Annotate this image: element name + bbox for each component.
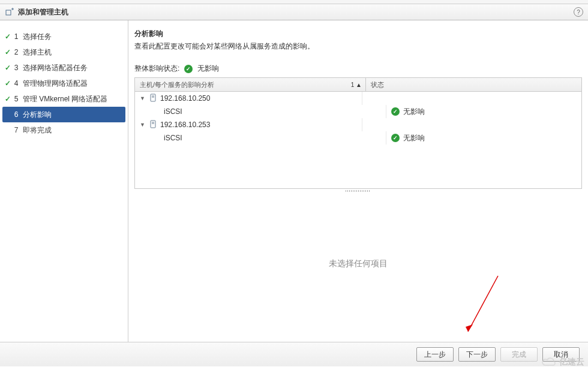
step-number: 7 — [12, 126, 20, 134]
status-text: 无影响 — [403, 133, 425, 143]
chevron-down-icon[interactable]: ▼ — [140, 122, 146, 128]
status-ok-icon: ✓ — [184, 65, 193, 73]
step-label: 即将完成 — [20, 125, 52, 136]
step-6-active[interactable]: 6 分析影响 — [2, 107, 125, 122]
browser-tabstrip — [0, 0, 588, 4]
host-icon — [149, 94, 157, 104]
step-5[interactable]: ✓ 5 管理 VMkernel 网络适配器 — [0, 91, 128, 107]
sort-indicator: 1 ▲ — [351, 82, 362, 88]
host-name: 192.168.10.250 — [160, 94, 210, 103]
dialog-body: ✓ 1 选择任务 ✓ 2 选择主机 ✓ 3 选择网络适配器任务 ✓ 4 管理物理… — [0, 20, 588, 342]
table-row-host[interactable]: ▼ 192.168.10.253 — [135, 118, 581, 131]
empty-selection-message: 未选择任何项目 — [134, 258, 582, 269]
check-icon: ✓ — [4, 32, 12, 41]
dialog-title: 添加和管理主机 — [18, 7, 574, 17]
annotation-arrow — [462, 273, 504, 339]
step-number: 6 — [12, 110, 20, 119]
svg-line-9 — [468, 276, 498, 332]
svg-rect-0 — [6, 10, 11, 15]
column-host-label: 主机/每个服务的影响分析 — [140, 80, 214, 89]
impact-table: 主机/每个服务的影响分析 1 ▲ 状态 ▼ 192.168.10.250 iSC… — [134, 77, 582, 189]
step-number: 4 — [12, 79, 20, 88]
chevron-down-icon[interactable]: ▼ — [140, 95, 146, 101]
overall-status-text: 无影响 — [197, 64, 219, 74]
back-button[interactable]: 上一步 — [416, 347, 454, 362]
column-status[interactable]: 状态 — [366, 80, 384, 89]
overall-status-label: 整体影响状态: — [134, 64, 179, 74]
step-number: 5 — [12, 95, 20, 103]
step-number: 1 — [12, 32, 20, 41]
step-7: 7 即将完成 — [0, 122, 128, 138]
next-button[interactable]: 下一步 — [458, 347, 496, 362]
svg-marker-10 — [466, 324, 473, 332]
wizard-content: 分析影响 查看此配置更改可能会对某些网络从属服务造成的影响。 整体影响状态: ✓… — [128, 20, 588, 342]
cancel-button[interactable]: 取消 — [542, 347, 580, 362]
status-ok-icon: ✓ — [391, 134, 400, 142]
step-3[interactable]: ✓ 3 选择网络适配器任务 — [0, 60, 128, 76]
step-label: 选择网络适配器任务 — [20, 63, 88, 73]
svg-rect-6 — [151, 121, 155, 128]
table-row-service[interactable]: iSCSI ✓ 无影响 — [135, 105, 581, 118]
status-ok-icon: ✓ — [391, 107, 400, 116]
check-icon: ✓ — [4, 79, 12, 88]
page-description: 查看此配置更改可能会对某些网络从属服务造成的影响。 — [134, 41, 582, 52]
step-number: 3 — [12, 64, 20, 72]
help-icon[interactable]: ? — [574, 7, 583, 17]
splitter-handle[interactable] — [134, 189, 581, 192]
check-icon — [4, 126, 12, 134]
finish-button: 完成 — [500, 347, 538, 362]
step-label: 管理 VMkernel 网络适配器 — [20, 94, 107, 104]
step-number: 2 — [12, 48, 20, 56]
wizard-steps: ✓ 1 选择任务 ✓ 2 选择主机 ✓ 3 选择网络适配器任务 ✓ 4 管理物理… — [0, 20, 128, 342]
step-1[interactable]: ✓ 1 选择任务 — [0, 29, 128, 44]
check-icon: ✓ — [4, 48, 12, 56]
add-host-icon — [5, 7, 14, 17]
check-icon: ✓ — [4, 95, 12, 103]
check-icon — [4, 110, 12, 119]
overall-status-row: 整体影响状态: ✓ 无影响 — [134, 64, 582, 74]
page-heading: 分析影响 — [134, 29, 582, 39]
table-header: 主机/每个服务的影响分析 1 ▲ 状态 — [135, 78, 581, 92]
status-text: 无影响 — [403, 107, 425, 117]
svg-rect-3 — [151, 94, 155, 101]
service-name: iSCSI — [164, 134, 182, 142]
dialog-footer: 上一步 下一步 完成 取消 — [0, 342, 588, 366]
step-label: 选择任务 — [20, 32, 52, 42]
step-label: 管理物理网络适配器 — [20, 79, 88, 89]
host-name: 192.168.10.253 — [160, 121, 210, 129]
table-row-host[interactable]: ▼ 192.168.10.250 — [135, 92, 581, 105]
step-2[interactable]: ✓ 2 选择主机 — [0, 44, 128, 60]
host-icon — [149, 120, 157, 130]
check-icon: ✓ — [4, 64, 12, 72]
service-name: iSCSI — [164, 107, 182, 116]
step-label: 分析影响 — [20, 110, 52, 120]
column-host[interactable]: 主机/每个服务的影响分析 1 ▲ — [135, 78, 366, 91]
step-4[interactable]: ✓ 4 管理物理网络适配器 — [0, 76, 128, 91]
step-label: 选择主机 — [20, 47, 52, 58]
table-row-service[interactable]: iSCSI ✓ 无影响 — [135, 131, 581, 145]
dialog-titlebar: 添加和管理主机 ? — [0, 4, 588, 20]
